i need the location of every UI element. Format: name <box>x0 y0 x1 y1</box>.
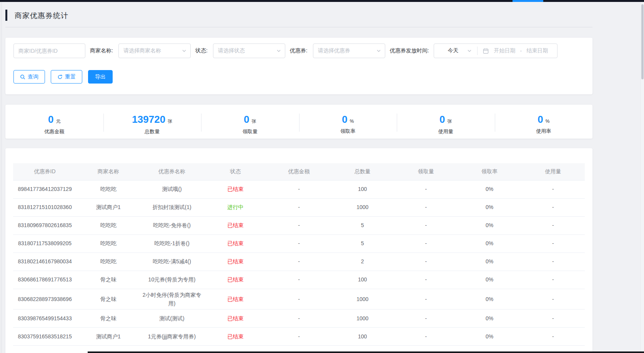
cell-receive_rate: 0% <box>458 216 521 234</box>
cell-used: - <box>521 234 585 253</box>
cell-status: 已结束 <box>204 253 267 271</box>
merchant-select[interactable]: 请选择商家名称 <box>118 43 191 58</box>
cell-status: 已结束 <box>204 289 267 310</box>
cell-used: - <box>521 198 585 216</box>
table-row: 831809697802616835吃吃吃吃吃吃-免停卷()已结束-5-0%- <box>13 216 585 234</box>
start-date-input[interactable]: 开始日期 <box>493 47 516 54</box>
cell-amount: - <box>267 253 331 271</box>
cell-name: 测试(测试) <box>140 310 203 328</box>
merchant-select-placeholder: 请选择商家名称 <box>123 47 161 54</box>
cell-merchant: 吃吃吃 <box>77 253 140 271</box>
stat-value: 139720 <box>132 114 165 124</box>
table-row: 830686178691776513骨之味10元券(骨质为专用)已结束-100-… <box>13 271 585 289</box>
page-header: 商家优惠券统计 <box>0 2 644 27</box>
column-header: 领取量 <box>394 163 458 180</box>
end-date-input[interactable]: 结束日期 <box>526 47 549 54</box>
stat-cell: 0张领取量 <box>201 114 299 139</box>
cell-used: - <box>521 253 585 271</box>
status-select-placeholder: 请选择状态 <box>218 47 245 54</box>
cell-status: 已结束 <box>204 180 267 198</box>
cell-name: 2小时免停(骨质为商家专用) <box>140 289 203 310</box>
coupon-table: 优惠券ID商家名称优惠券名称状态优惠金额总数量领取量领取率使用量 8984177… <box>13 163 585 346</box>
table-body: 898417736412037129吃吃吃测试哦()已结束-100-0%-831… <box>13 180 585 346</box>
merchant-name-label: 商家名称: <box>90 47 113 54</box>
issue-time-range-control: 今天 开始日期 - 结束日期 <box>434 43 557 58</box>
cell-id: 831807117538099205 <box>13 234 77 253</box>
cell-merchant: 测试商户1 <box>77 198 140 216</box>
top-bar-accent <box>513 0 543 2</box>
column-header: 商家名称 <box>77 163 140 180</box>
cell-status: 进行中 <box>204 198 267 216</box>
id-search-input[interactable] <box>13 43 85 58</box>
status-select[interactable]: 请选择状态 <box>213 43 285 58</box>
cell-id: 830682288973938696 <box>13 289 77 310</box>
issue-time-label: 优惠券发放时间: <box>390 47 429 54</box>
cell-total: 5 <box>331 216 394 234</box>
cell-received: - <box>394 271 458 289</box>
export-button-label: 导出 <box>95 74 106 80</box>
export-button[interactable]: 导出 <box>88 70 113 84</box>
chevron-down-icon <box>376 49 381 53</box>
column-header: 状态 <box>204 163 267 180</box>
cell-used: - <box>521 271 585 289</box>
column-header: 领取率 <box>458 163 521 180</box>
stat-unit: 张 <box>447 118 452 125</box>
reset-button[interactable]: 重置 <box>51 70 82 84</box>
stat-label: 使用量 <box>397 128 495 135</box>
stat-value: 0 <box>439 114 445 124</box>
cell-total: 100 <box>331 271 394 289</box>
chevron-down-icon <box>276 49 281 53</box>
search-icon <box>20 74 25 80</box>
query-button-label: 查询 <box>28 74 38 80</box>
bottom-edge-bar <box>88 351 644 353</box>
filter-buttons-row: 查询 重置 导出 <box>5 70 592 84</box>
stat-value: 0 <box>244 114 249 124</box>
cell-merchant: 骨之味 <box>77 310 140 328</box>
header-divider <box>5 27 592 27</box>
stat-label: 使用率 <box>495 128 593 135</box>
cell-total: 100 <box>331 328 394 346</box>
cell-amount: - <box>267 310 331 328</box>
cell-name: 吃吃吃-1折卷() <box>140 234 203 253</box>
stat-unit: 张 <box>251 118 256 125</box>
calendar-icon <box>483 48 489 54</box>
cell-status: 已结束 <box>204 310 267 328</box>
cell-total: 1000 <box>331 289 394 310</box>
browser-top-bar <box>0 0 644 2</box>
coupon-select[interactable]: 请选择优惠券 <box>313 43 385 58</box>
stat-cell: 139720张总数量 <box>103 114 201 139</box>
cell-status: 已结束 <box>204 271 267 289</box>
quick-range-select[interactable]: 今天 <box>448 47 459 54</box>
cell-merchant: 骨之味 <box>77 289 140 310</box>
cell-received: - <box>394 234 458 253</box>
cell-amount: - <box>267 198 331 216</box>
cell-id: 831809697802616835 <box>13 216 77 234</box>
page-title: 商家优惠券统计 <box>15 11 68 21</box>
table-row: 830375916583518215测试商户11元券(jjj商家专用券)已结束-… <box>13 328 585 346</box>
chevron-down-icon <box>467 49 472 53</box>
stat-unit: % <box>546 119 550 124</box>
chevron-down-icon <box>182 49 186 53</box>
cell-merchant: 骨之味 <box>77 271 140 289</box>
vertical-scrollbar[interactable] <box>640 2 644 353</box>
stat-cell: 0元优惠金额 <box>5 114 103 139</box>
coupon-select-placeholder: 请选择优惠券 <box>318 47 350 54</box>
cell-id: 831802146167980034 <box>13 253 77 271</box>
cell-received: - <box>394 289 458 310</box>
cell-used: - <box>521 310 585 328</box>
cell-used: - <box>521 289 585 310</box>
date-control-divider <box>477 47 478 55</box>
cell-receive_rate: 0% <box>458 271 521 289</box>
cell-id: 830686178691776513 <box>13 271 77 289</box>
cell-merchant: 测试商户1 <box>77 328 140 346</box>
cell-name: 吃吃吃-满5减4() <box>140 253 203 271</box>
cell-amount: - <box>267 328 331 346</box>
cell-received: - <box>394 253 458 271</box>
cell-receive_rate: 0% <box>458 180 521 198</box>
scrollbar-thumb[interactable] <box>641 4 644 79</box>
coupon-table-card: 优惠券ID商家名称优惠券名称状态优惠金额总数量领取量领取率使用量 8984177… <box>5 148 592 353</box>
query-button[interactable]: 查询 <box>13 70 45 84</box>
table-row: 831812715101028360测试商户1折扣封顶测试(1)进行中-1000… <box>13 198 585 216</box>
cell-merchant: 吃吃吃 <box>77 180 140 198</box>
cell-status: 已结束 <box>204 328 267 346</box>
